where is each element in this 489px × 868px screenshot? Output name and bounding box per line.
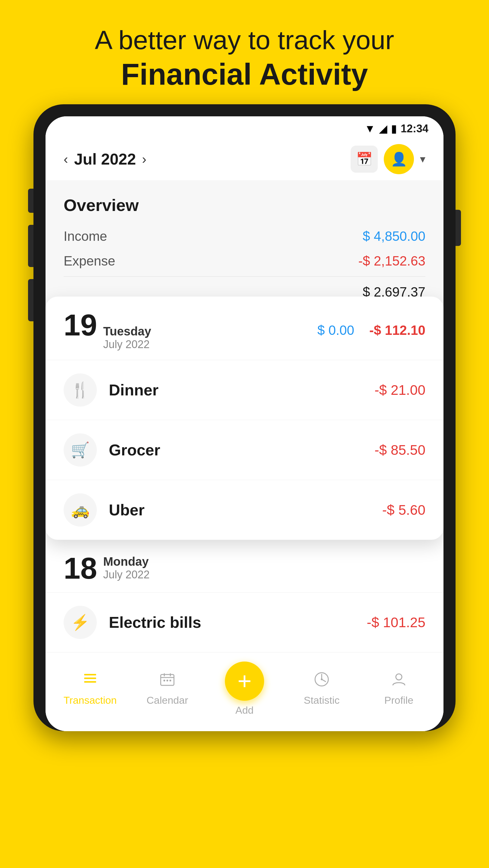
hero-line1: A better way to track your [95,24,394,56]
nav-statistic[interactable]: Statistic [283,672,360,706]
statistic-nav-label: Statistic [304,694,339,706]
income-row: Income $ 4,850.00 [64,224,425,249]
status-bar: ▼ ◢ ▮ 12:34 [45,116,444,138]
month-label: Jul 2022 [74,150,136,168]
signal-icon: ◢ [379,122,388,135]
prev-month-button[interactable]: ‹ [64,152,68,167]
hero-line2: Financial Activity [95,56,394,92]
svg-rect-2 [84,681,96,683]
day19-name: Tuesday [103,324,151,338]
svg-point-14 [396,674,402,680]
expense-row: Expense -$ 2,152.63 [64,249,425,273]
nav-profile[interactable]: Profile [360,672,437,706]
day19-income: $ 0.00 [317,323,354,338]
day19-info: Tuesday July 2022 [103,324,151,351]
add-icon: + [238,669,252,693]
expense-value: -$ 2,152.63 [358,253,425,269]
electric-name: Electric bills [109,613,355,631]
transaction-nav-icon [82,672,98,691]
calendar-nav-icon [159,672,175,691]
day19-header: 19 Tuesday July 2022 $ 0.00 -$ 112.10 [45,297,444,360]
month-nav-left: ‹ Jul 2022 › [64,150,147,168]
uber-icon: 🚕 [64,493,97,527]
dinner-name: Dinner [109,381,362,399]
expense-label: Expense [64,253,115,269]
svg-point-8 [166,680,168,681]
day19-card: 19 Tuesday July 2022 $ 0.00 -$ 112.10 [45,297,444,540]
grocer-amount: -$ 85.50 [374,442,425,458]
transaction-dinner[interactable]: 🍴 Dinner -$ 21.00 [45,360,444,420]
calendar-icon: 📅 [356,151,373,167]
month-nav: ‹ Jul 2022 › 📅 👤 ▾ [45,138,444,180]
day18-number: 18 [64,553,97,583]
dinner-amount: -$ 21.00 [374,382,425,398]
phone-side-btn-right [456,210,461,246]
day19-expense: -$ 112.10 [369,323,425,338]
dropdown-arrow-icon[interactable]: ▾ [420,153,425,165]
income-value: $ 4,850.00 [363,229,425,244]
transaction-nav-label: Transaction [64,694,117,706]
svg-point-13 [321,678,323,680]
grocer-name: Grocer [109,441,362,459]
add-nav-label: Add [236,704,254,716]
uber-name: Uber [109,501,370,519]
status-icons: ▼ ◢ ▮ 12:34 [365,122,428,135]
grocer-icon: 🛒 [64,433,97,467]
day18-section: 18 Monday July 2022 ⚡ Electric bills -$ … [45,540,444,652]
phone-side-btn-left-2 [28,225,33,267]
profile-nav-icon [391,672,407,691]
calendar-icon-btn[interactable]: 📅 [350,146,378,173]
electric-amount: -$ 101.25 [367,614,425,630]
nav-add[interactable]: + Add [206,661,283,716]
svg-point-7 [163,680,165,681]
battery-icon: ▮ [391,122,397,135]
svg-rect-0 [84,674,96,675]
transaction-uber[interactable]: 🚕 Uber -$ 5.60 [45,480,444,540]
day18-name: Monday [103,555,150,568]
income-label: Income [64,229,107,244]
phone-frame: ▼ ◢ ▮ 12:34 ‹ Jul 2022 › 📅 [33,104,456,731]
uber-amount: -$ 5.60 [382,502,425,518]
day18-header: 18 Monday July 2022 [45,540,444,592]
day19-number: 19 [64,310,97,340]
phone-wrapper: ▼ ◢ ▮ 12:34 ‹ Jul 2022 › 📅 [33,104,456,731]
nav-transaction[interactable]: Transaction [52,672,129,706]
month-nav-right: 📅 👤 ▾ [350,144,425,174]
overview-title: Overview [64,195,425,215]
bottom-nav: Transaction [45,652,444,731]
avatar-btn[interactable]: 👤 [384,144,414,174]
svg-point-9 [170,680,171,681]
profile-nav-label: Profile [385,694,413,706]
add-button[interactable]: + [225,661,264,701]
day18-month: July 2022 [103,568,150,581]
phone-side-btn-left-1 [28,189,33,213]
calendar-nav-label: Calendar [147,694,188,706]
transaction-grocer[interactable]: 🛒 Grocer -$ 85.50 [45,420,444,480]
overview-section: Overview Income $ 4,850.00 Expense -$ 2,… [45,180,444,315]
day19-number-group: 19 Tuesday July 2022 [64,310,151,351]
phone-screen: ▼ ◢ ▮ 12:34 ‹ Jul 2022 › 📅 [45,116,444,731]
day19-month: July 2022 [103,338,151,351]
transaction-electric[interactable]: ⚡ Electric bills -$ 101.25 [45,592,444,652]
status-time: 12:34 [401,122,428,135]
svg-rect-1 [84,678,96,679]
next-month-button[interactable]: › [142,152,147,167]
dinner-icon: 🍴 [64,373,97,407]
phone-side-btn-left-3 [28,279,33,321]
wifi-icon: ▼ [365,122,375,135]
avatar-icon: 👤 [391,151,407,167]
day18-info: Monday July 2022 [103,555,150,581]
hero-section: A better way to track your Financial Act… [77,0,412,104]
overview-divider [64,276,425,277]
nav-calendar[interactable]: Calendar [129,672,206,706]
day19-amounts: $ 0.00 -$ 112.10 [317,323,425,338]
electric-icon: ⚡ [64,606,97,639]
statistic-nav-icon [314,672,330,691]
